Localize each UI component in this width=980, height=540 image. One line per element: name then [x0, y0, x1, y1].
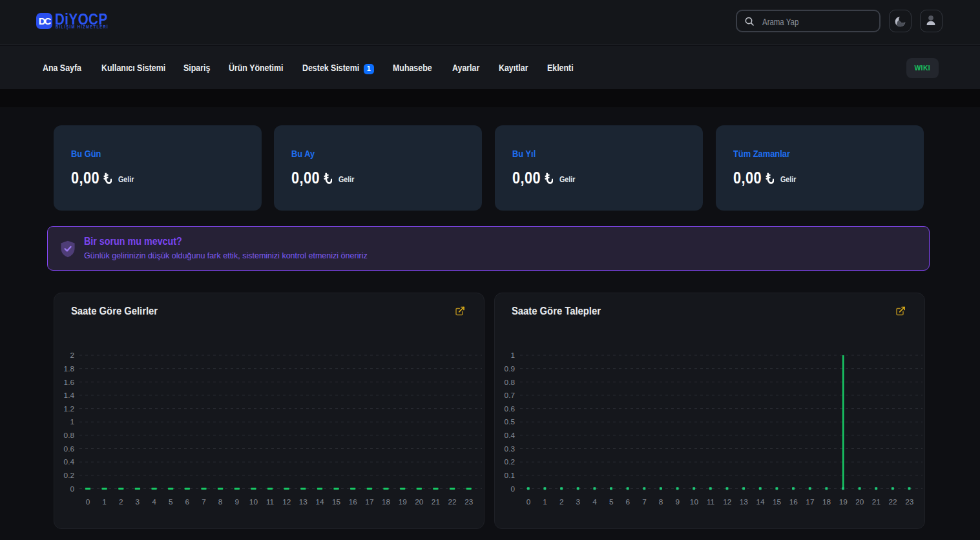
svg-text:0: 0 [70, 484, 74, 493]
svg-text:0.8: 0.8 [64, 431, 75, 440]
svg-text:3: 3 [576, 497, 581, 506]
svg-text:5: 5 [169, 497, 173, 506]
svg-text:0.2: 0.2 [505, 457, 515, 466]
svg-text:16: 16 [349, 497, 358, 506]
svg-text:20: 20 [415, 497, 424, 506]
svg-text:16: 16 [789, 497, 798, 506]
svg-text:1: 1 [70, 417, 74, 426]
svg-text:14: 14 [315, 497, 324, 506]
svg-text:11: 11 [266, 497, 274, 506]
svg-text:19: 19 [399, 497, 407, 506]
svg-text:18: 18 [822, 497, 831, 506]
svg-text:18: 18 [382, 497, 391, 506]
svg-text:22: 22 [889, 497, 897, 506]
svg-text:2: 2 [119, 497, 123, 506]
svg-text:9: 9 [235, 497, 240, 506]
svg-text:10: 10 [690, 497, 699, 506]
svg-text:0.6: 0.6 [64, 444, 75, 453]
svg-text:9: 9 [676, 497, 680, 506]
svg-text:22: 22 [448, 497, 457, 506]
svg-text:13: 13 [740, 497, 749, 506]
svg-text:8: 8 [218, 497, 223, 506]
svg-text:0.8: 0.8 [505, 378, 516, 387]
svg-text:20: 20 [855, 497, 864, 506]
svg-text:7: 7 [642, 497, 647, 506]
svg-text:15: 15 [332, 497, 341, 506]
svg-text:11: 11 [707, 497, 714, 506]
svg-text:12: 12 [723, 497, 731, 506]
svg-text:17: 17 [806, 497, 814, 506]
svg-text:2: 2 [70, 351, 74, 360]
svg-text:0: 0 [86, 497, 90, 506]
svg-text:0.6: 0.6 [505, 404, 516, 413]
svg-text:17: 17 [365, 497, 373, 506]
svg-text:4: 4 [592, 497, 597, 506]
svg-text:1: 1 [102, 497, 107, 506]
svg-text:1.6: 1.6 [64, 378, 75, 387]
svg-text:1.4: 1.4 [64, 391, 75, 400]
svg-text:4: 4 [152, 497, 156, 506]
svg-text:5: 5 [609, 497, 614, 506]
svg-text:0.9: 0.9 [505, 364, 515, 373]
svg-text:21: 21 [872, 497, 881, 506]
svg-text:19: 19 [839, 497, 848, 506]
svg-text:21: 21 [432, 497, 440, 506]
svg-text:0.4: 0.4 [64, 457, 75, 466]
svg-text:0.5: 0.5 [505, 417, 516, 426]
svg-text:15: 15 [773, 497, 782, 506]
svg-text:10: 10 [249, 497, 258, 506]
svg-text:3: 3 [136, 497, 140, 506]
svg-text:1.2: 1.2 [64, 404, 74, 413]
svg-text:6: 6 [185, 497, 190, 506]
svg-text:1.8: 1.8 [64, 364, 75, 373]
svg-text:23: 23 [464, 497, 474, 506]
svg-text:0.4: 0.4 [505, 431, 516, 440]
svg-text:2: 2 [559, 497, 564, 506]
svg-text:0: 0 [526, 497, 531, 506]
svg-text:14: 14 [756, 497, 765, 506]
svg-text:0.7: 0.7 [505, 391, 515, 400]
svg-text:6: 6 [626, 497, 631, 506]
svg-text:23: 23 [905, 497, 914, 506]
svg-text:8: 8 [659, 497, 663, 506]
svg-text:1: 1 [543, 497, 547, 506]
svg-text:0.1: 0.1 [505, 471, 515, 480]
svg-text:0.2: 0.2 [64, 471, 74, 480]
svg-text:0: 0 [510, 484, 515, 493]
svg-text:1: 1 [510, 351, 515, 360]
svg-text:7: 7 [202, 497, 206, 506]
svg-text:13: 13 [299, 497, 308, 506]
svg-text:12: 12 [282, 497, 291, 506]
svg-text:0.3: 0.3 [505, 444, 516, 453]
